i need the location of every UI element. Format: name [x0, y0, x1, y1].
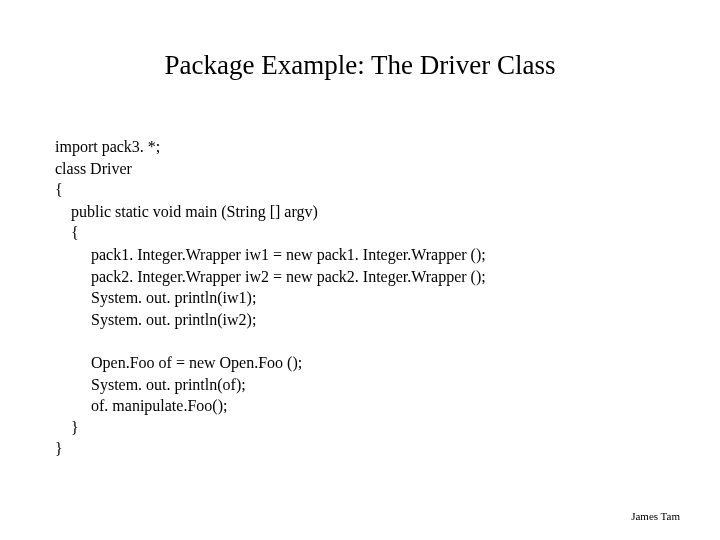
- slide-container: Package Example: The Driver Class import…: [0, 0, 720, 540]
- code-block: import pack3. *; class Driver { public s…: [55, 136, 665, 460]
- code-line: System. out. println(iw2);: [55, 311, 256, 328]
- footer-author: James Tam: [631, 510, 680, 522]
- code-line: }: [55, 419, 79, 436]
- code-line: import pack3. *;: [55, 138, 160, 155]
- code-line: {: [55, 181, 63, 198]
- code-line: of. manipulate.Foo();: [55, 397, 227, 414]
- code-line: System. out. println(iw1);: [55, 289, 256, 306]
- code-line: System. out. println(of);: [55, 376, 246, 393]
- code-line: {: [55, 224, 79, 241]
- slide-title: Package Example: The Driver Class: [55, 50, 665, 81]
- code-line: pack2. Integer.Wrapper iw2 = new pack2. …: [55, 268, 486, 285]
- code-line: }: [55, 440, 63, 457]
- code-line: pack1. Integer.Wrapper iw1 = new pack1. …: [55, 246, 486, 263]
- code-line: class Driver: [55, 160, 132, 177]
- code-line: Open.Foo of = new Open.Foo ();: [55, 354, 302, 371]
- code-line: public static void main (String [] argv): [55, 203, 318, 220]
